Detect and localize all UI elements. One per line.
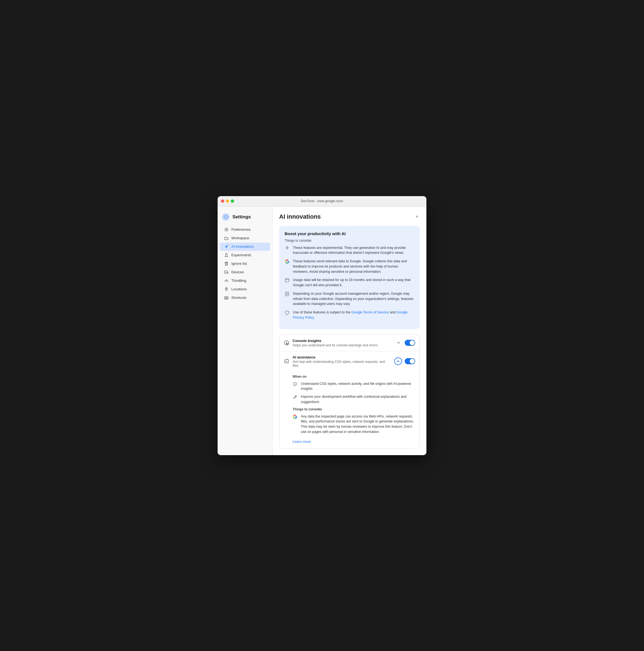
sidebar-item-devices[interactable]: Devices [220,268,270,276]
ai-innovations-icon [224,245,228,249]
svg-rect-8 [285,279,289,282]
console-insights-chevron[interactable] [395,340,402,346]
things-item-0: Any data the inspected page can access v… [293,414,415,435]
sidebar-item-throttling[interactable]: Throttling [220,277,270,285]
titlebar: DevTools - www.google.com/ [218,196,426,207]
ignore-list-icon [224,261,228,266]
svg-point-11 [286,341,287,342]
when-on-item-0: Understand CSS styles, network activity,… [293,381,415,392]
throttling-label: Throttling [231,279,246,283]
console-insights-name: Console Insights [293,339,392,343]
ai-assistance-expand-btn[interactable] [394,358,402,365]
things-to-consider-label: Things to consider [285,239,414,243]
close-button[interactable]: × [414,214,420,219]
minimize-traffic-light[interactable] [226,199,229,203]
traffic-lights [221,199,234,203]
things-text-0: Any data the inspected page can access v… [301,414,415,435]
locations-label: Locations [231,287,247,291]
learn-more-link[interactable]: Learn more [293,439,311,444]
ai-innovations-label: AI innovations [231,245,254,249]
info-item-1: These features send relevant data to Goo… [285,259,414,274]
shield-icon [285,310,289,315]
devices-label: Devices [231,270,244,274]
console-insights-controls [395,340,415,346]
info-item-3: Depending on your Google account managem… [285,291,414,307]
ai-assistance-name: AI assistance [293,355,391,359]
console-insights-desc: Helps you understand and fix console war… [293,343,392,347]
ignore-list-label: Ignore list [231,261,247,266]
when-on-text-1: Improve your development workflow with c… [301,394,415,405]
console-insights-text: Console Insights Helps you understand an… [293,339,392,347]
console-insights-toggle[interactable] [405,340,415,346]
experiments-label: Experiments [231,253,251,257]
sidebar-item-preferences[interactable]: Preferences [220,225,270,234]
ai-assistance-header: AI assistance Get help with understandin… [279,351,420,371]
info-text-0: These features are experimental. They us… [293,245,414,256]
main-header: AI innovations × [279,213,420,220]
ai-assistance-text: AI assistance Get help with understandin… [293,355,391,368]
sidebar-title: Settings [233,214,251,220]
svg-point-5 [226,281,227,282]
sidebar-item-locations[interactable]: Locations [220,285,270,293]
window-title: DevTools - www.google.com/ [301,199,343,203]
pen-icon [293,395,298,399]
maximize-traffic-light[interactable] [231,199,234,203]
close-traffic-light[interactable] [221,199,224,203]
ai-icon [285,246,289,250]
google-icon-1 [293,414,298,419]
when-on-item-1: Improve your development workflow with c… [293,394,415,405]
sidebar-item-ai-innovations[interactable]: AI innovations [220,243,270,251]
svg-point-16 [295,383,295,383]
svg-point-6 [226,288,227,289]
main-panel: AI innovations × Boost your productivity… [273,207,426,455]
settings-logo-icon [222,213,230,221]
when-on-text-0: Understand CSS styles, network activity,… [301,381,415,392]
info-text-3: Depending on your Google account managem… [293,291,414,307]
google-icon-0 [285,259,289,264]
devices-icon [224,270,228,274]
when-on-title: When on [293,375,415,378]
info-item-2: Usage data will be retained for up to 18… [285,277,414,288]
workspace-label: Workspace [231,236,249,240]
throttling-icon [224,279,228,283]
info-text-4: Use of these features is subject to the … [293,310,414,320]
console-insights-row: Console Insights Helps you understand an… [279,335,420,351]
tos-link[interactable]: Google Terms of Service [351,310,389,314]
ai-assistance-controls [394,358,415,365]
features-box: Console Insights Helps you understand an… [279,335,420,448]
info-circle-icon [293,381,298,386]
info-box-title: Boost your productivity with AI [285,231,414,236]
sidebar: Settings Preferences Workspace [218,207,273,455]
console-insights-header: Console Insights Helps you understand an… [279,335,420,351]
svg-rect-13 [285,360,288,363]
privacy-link[interactable]: Google Privacy Policy [293,310,407,319]
svg-point-14 [287,359,288,359]
sidebar-item-experiments[interactable]: Experiments [220,251,270,259]
preferences-label: Preferences [231,227,251,231]
sidebar-item-ignore-list[interactable]: Ignore list [220,259,270,268]
workspace-icon [224,236,228,240]
ai-assistance-expanded: When on Understand CSS styles, network a… [279,371,420,448]
window-content: Settings Preferences Workspace [218,207,426,455]
svg-point-12 [287,343,288,345]
things-to-consider-title: Things to consider [293,407,415,411]
info-box: Boost your productivity with AI Things t… [279,226,420,329]
info-text-2: Usage data will be retained for up to 18… [293,277,414,288]
calendar-icon [285,278,289,283]
svg-rect-4 [224,271,227,273]
ai-assistance-toggle[interactable] [405,358,415,364]
ai-assistance-desc: Get help with understanding CSS styles, … [293,360,391,368]
document-icon [285,291,289,297]
page-title: AI innovations [279,213,321,220]
shortcuts-label: Shortcuts [231,296,246,300]
preferences-icon [224,227,228,232]
info-item-4: Use of these features is subject to the … [285,310,414,320]
experiments-icon [224,253,228,257]
svg-point-2 [225,229,227,230]
svg-point-3 [227,245,228,246]
sidebar-item-shortcuts[interactable]: Shortcuts [220,293,270,302]
console-insights-icon [284,340,289,346]
svg-rect-7 [224,297,228,299]
locations-icon [224,287,228,291]
sidebar-item-workspace[interactable]: Workspace [220,234,270,242]
